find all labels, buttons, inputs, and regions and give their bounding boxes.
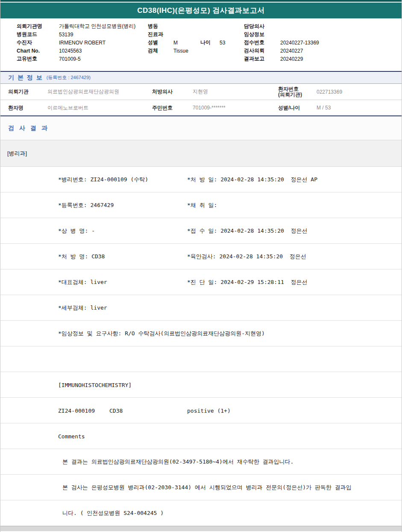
detail-right: *육안검사: 2024-02-28 14:35:20 정은선 (187, 253, 306, 260)
header-field-report-date: 결과보고 20240229 (244, 55, 319, 63)
field-value: 20240227-13369 (280, 40, 319, 46)
department-name: [병리과] (7, 150, 27, 157)
field-label: 고유번호 (17, 55, 59, 62)
referring-institution-value: 의료법인삼광의료재단삼광의원 (47, 88, 152, 95)
result-marker: CD38 (109, 407, 123, 414)
detail-row-comment-2: 본 검사는 은평성모병원 병리과(02-2030-3144) 에서 시행되었으며… (0, 475, 402, 500)
detail-right: *접 수 일: 2024-02-28 14:35:20 정은선 (187, 227, 308, 235)
header-field-sex-age: 성별 M 나이 53 (148, 38, 225, 47)
field-label: 병동 (148, 23, 173, 30)
detail-left: *임상정보 및 요구사항: R/O 수탁검사(의료법인삼광의료재단삼광의원-지현… (58, 330, 265, 337)
detail-row-diagnosis-name: *상 병 명: - *접 수 일: 2024-02-28 14:35:20 정은… (0, 218, 402, 244)
header-field-hospital-code: 병원코드 53139 (17, 30, 135, 38)
patient-name-value: 이르메노브로버트 (47, 104, 152, 112)
header-field-clinical-info: 임상정보 (244, 30, 319, 38)
header-field-institution: 의뢰기관명 가톨릭대학교 인천성모병원(병리) (17, 22, 135, 30)
patient-no-value: 022713369 (317, 89, 402, 95)
detail-left: [IMMUNOHISTOCHEMISTRY] (58, 381, 132, 388)
detail-left: *상 병 명: - (58, 227, 95, 235)
field-label: 진료과 (148, 31, 173, 38)
header-field-receipt-no: 접수번호 20240227-13369 (244, 38, 319, 47)
detail-row-comment-3: 니다. ( 인천성모병원 S24-004245 ) (0, 500, 402, 526)
report-page: CD38(IHC)(은평성모) 검사결과보고서 의뢰기관명 가톨릭대학교 인천성… (0, 0, 402, 532)
detail-row-comments-heading: Comments (0, 423, 402, 449)
basic-info-row-2: 환자명 이르메노브로버트 주민번호 701009-******* 성별/나이 M… (0, 100, 402, 116)
test-results-title: 검 사 결 과 (8, 124, 49, 132)
patient-header-left-column: 의뢰기관명 가톨릭대학교 인천성모병원(병리) 병원코드 53139 수진자 I… (17, 22, 135, 63)
detail-left: *처 방 명: CD38 (58, 253, 105, 260)
field-label: 검체 (148, 47, 173, 54)
field-label-age: 나이 (200, 39, 220, 46)
field-label: 접수번호 (244, 39, 280, 46)
detail-row-comment-1: 본 결과는 의료법인삼광의료재단삼광의원(02-3497-5180~4)에서 재… (0, 449, 402, 475)
field-value: 20240229 (280, 56, 303, 62)
prescribing-doctor-value: 지현영 (193, 88, 278, 95)
header-field-department: 진료과 (148, 30, 225, 38)
header-field-patient-name: 수진자 IRMENOV ROBERT (17, 38, 135, 47)
detail-left: *등록번호: 2467429 (58, 201, 114, 209)
patient-header-right-column: 담당의사 임상정보 접수번호 20240227-13369 검사의뢰 20240… (244, 22, 319, 63)
header-field-doctor: 담당의사 (244, 22, 319, 30)
detail-right: *채 취 일: (187, 201, 217, 209)
detail-row-blank (0, 346, 402, 372)
report-title: CD38(IHC)(은평성모) 검사결과보고서 (137, 6, 265, 15)
field-value: 10245563 (59, 48, 82, 54)
basic-info-table: 의뢰기관 의료법인삼광의료재단삼광의원 처방의사 지현영 환자번호 (의뢰기관)… (0, 84, 402, 116)
patient-header-middle-column: 병동 진료과 성별 M 나이 53 검체 Tissue (148, 22, 225, 55)
patient-header: 의뢰기관명 가톨릭대학교 인천성모병원(병리) 병원코드 53139 수진자 I… (0, 18, 402, 71)
detail-left: *세부검체: liver (58, 304, 107, 312)
field-label: 성별 (148, 39, 173, 46)
detail-left: Comments (58, 433, 85, 439)
detail-left: *대표검체: liver (58, 278, 107, 286)
field-value: 53139 (59, 32, 73, 38)
report-title-bar: CD38(IHC)(은평성모) 검사결과보고서 (0, 3, 402, 18)
patient-name-label: 환자명 (8, 104, 47, 112)
resident-no-value: 701009-******* (193, 105, 278, 111)
field-value: 701009-5 (59, 56, 81, 62)
header-field-specimen: 검체 Tissue (148, 47, 225, 55)
detail-left: *병리번호: ZI24-000109 (수탁) (58, 176, 148, 183)
detail-row-ihc-heading: [IMMUNOHISTOCHEMISTRY] (0, 372, 402, 398)
detail-row-clinical-request: *임상정보 및 요구사항: R/O 수탁검사(의료법인삼광의료재단삼광의원-지현… (0, 321, 402, 346)
horizontal-scrollbar[interactable] (0, 526, 402, 531)
header-field-unique-no: 고유번호 701009-5 (17, 55, 135, 63)
department-row: [병리과] (0, 140, 402, 167)
detail-right: *처 방 일: 2024-02-28 14:35:20 정은선 AP (187, 176, 317, 183)
field-label: 검사의뢰 (244, 47, 280, 54)
sex-age-value: M / 53 (317, 105, 402, 111)
result-specimen-id: ZI24-000109 (58, 407, 95, 414)
field-value: 가톨릭대학교 인천성모병원(병리) (59, 23, 135, 30)
field-label: 수진자 (17, 39, 59, 46)
detail-row-pathology-no: *병리번호: ZI24-000109 (수탁) *처 방 일: 2024-02-… (0, 167, 402, 192)
resident-no-label: 주민번호 (152, 104, 193, 112)
detail-row-registration-no: *등록번호: 2467429 *채 취 일: (0, 192, 402, 218)
basic-info-row-1: 의뢰기관 의료법인삼광의료재단삼광의원 처방의사 지현영 환자번호 (의뢰기관)… (0, 84, 402, 100)
sex-age-label: 성별/나이 (278, 105, 317, 111)
result-value: positive (1+) (187, 407, 231, 414)
field-value-age: 53 (220, 40, 225, 46)
field-value: IRMENOV ROBERT (59, 40, 106, 46)
header-field-request-date: 검사의뢰 20240227 (244, 47, 319, 55)
detail-row-ihc-result: ZI24-000109 CD38 positive (1+) (0, 398, 402, 423)
patient-no-label: 환자번호 (의뢰기관) (278, 86, 317, 98)
header-field-chart-no: Chart No. 10245563 (17, 47, 135, 55)
field-value-sex: M (173, 40, 200, 46)
basic-info-title: 기 본 정 보 (8, 74, 43, 82)
detail-row-main-specimen: *대표검체: liver *진 단 일: 2024-02-29 15:28:11… (0, 269, 402, 295)
detail-right: *진 단 일: 2024-02-29 15:28:11 정은선 (187, 278, 308, 286)
comment-text: 니다. ( 인천성모병원 S24-004245 ) (62, 509, 164, 517)
comment-text: 본 검사는 은평성모병원 병리과(02-2030-3144) 에서 시행되었으며… (62, 484, 352, 491)
field-label: 병원코드 (17, 31, 59, 38)
result-detail-list: *병리번호: ZI24-000109 (수탁) *처 방 일: 2024-02-… (0, 167, 402, 526)
referring-institution-label: 의뢰기관 (8, 88, 47, 95)
test-results-section-header: 검 사 결 과 (0, 116, 402, 140)
prescribing-doctor-label: 처방의사 (152, 88, 193, 95)
field-value: Tissue (173, 48, 188, 54)
field-value: 20240227 (280, 48, 303, 54)
comment-text: 본 결과는 의료법인삼광의료재단삼광의원(02-3497-5180~4)에서 재… (62, 458, 293, 466)
basic-info-section-header: 기 본 정 보 (등록번호 : 2467429) (0, 71, 402, 84)
field-label: 결과보고 (244, 55, 280, 62)
detail-row-sub-specimen: *세부검체: liver (0, 295, 402, 321)
basic-info-registration-no: (등록번호 : 2467429) (47, 74, 91, 81)
field-label: 의뢰기관명 (17, 23, 59, 30)
